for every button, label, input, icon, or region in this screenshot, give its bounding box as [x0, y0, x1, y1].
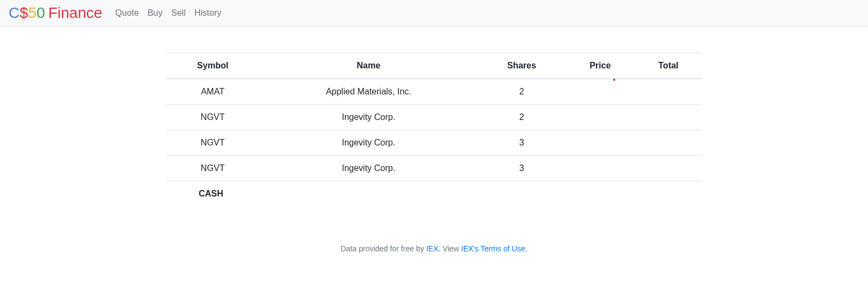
cell-total [635, 79, 702, 105]
cell-name: Ingevity Corp. [259, 130, 478, 156]
footer-iex-link[interactable]: IEX [426, 244, 439, 253]
table-header-row: Symbol Name Shares Price Total [166, 53, 702, 79]
cell-total [635, 105, 702, 130]
cell-name: Applied Materials, Inc. [259, 79, 478, 105]
table-row: NGVTIngevity Corp.3 [166, 156, 702, 181]
nav-quote[interactable]: Quote [115, 8, 139, 18]
cell-symbol: NGVT [166, 130, 260, 156]
cell-name: Ingevity Corp. [259, 156, 478, 181]
brand-letter-c: C [9, 4, 20, 22]
table-row: AMATApplied Materials, Inc.2 [166, 79, 702, 105]
th-shares: Shares [478, 53, 565, 79]
red-dot-icon [613, 79, 615, 81]
cell-shares: 3 [478, 156, 565, 181]
cell-price [565, 79, 635, 105]
footer-terms-link[interactable]: IEX's Terms of Use. [461, 244, 528, 253]
brand-letter-dollar: $ [20, 4, 28, 22]
cell-symbol: AMAT [166, 79, 260, 105]
cash-total [590, 181, 632, 206]
cell-price [565, 130, 635, 156]
cell-shares: 3 [478, 130, 565, 156]
nav-sell[interactable]: Sell [171, 8, 186, 18]
nav-links: Quote Buy Sell History [115, 8, 222, 18]
navbar: C $ 5 0 Finance Quote Buy Sell History [0, 0, 868, 27]
cell-price [565, 156, 635, 181]
th-name: Name [259, 53, 478, 79]
cash-price [548, 181, 590, 206]
footer: Data provided for free by IEX. View IEX'… [166, 244, 702, 253]
footer-prefix: Data provided for free by [340, 244, 426, 253]
table-row: NGVTIngevity Corp.2 [166, 105, 702, 130]
cell-total [635, 130, 702, 156]
th-total: Total [635, 53, 702, 79]
cash-row: CASH [166, 181, 633, 206]
cell-total [635, 156, 702, 181]
brand-logo[interactable]: C $ 5 0 Finance [9, 4, 102, 22]
cell-symbol: NGVT [166, 156, 260, 181]
cash-label: CASH [166, 181, 464, 206]
brand-letter-five: 5 [28, 4, 37, 22]
cash-shares [506, 181, 548, 206]
cash-name [464, 181, 506, 206]
cell-price [565, 105, 635, 130]
footer-mid: . View [439, 244, 461, 253]
table-body: AMATApplied Materials, Inc.2NGVTIngevity… [166, 79, 702, 181]
portfolio-table: Symbol Name Shares Price Total AMATAppli… [166, 53, 702, 181]
brand-letter-zero: 0 [36, 4, 45, 22]
main-container: Symbol Name Shares Price Total AMATAppli… [158, 53, 711, 253]
cash-table: CASH [166, 181, 633, 206]
cell-shares: 2 [478, 105, 565, 130]
th-symbol: Symbol [166, 53, 260, 79]
table-row: NGVTIngevity Corp.3 [166, 130, 702, 156]
cell-symbol: NGVT [166, 105, 260, 130]
brand-finance: Finance [48, 4, 102, 22]
cell-shares: 2 [478, 79, 565, 105]
nav-buy[interactable]: Buy [147, 8, 163, 18]
nav-history[interactable]: History [194, 8, 221, 18]
cell-name: Ingevity Corp. [259, 105, 478, 130]
th-price: Price [565, 53, 635, 79]
